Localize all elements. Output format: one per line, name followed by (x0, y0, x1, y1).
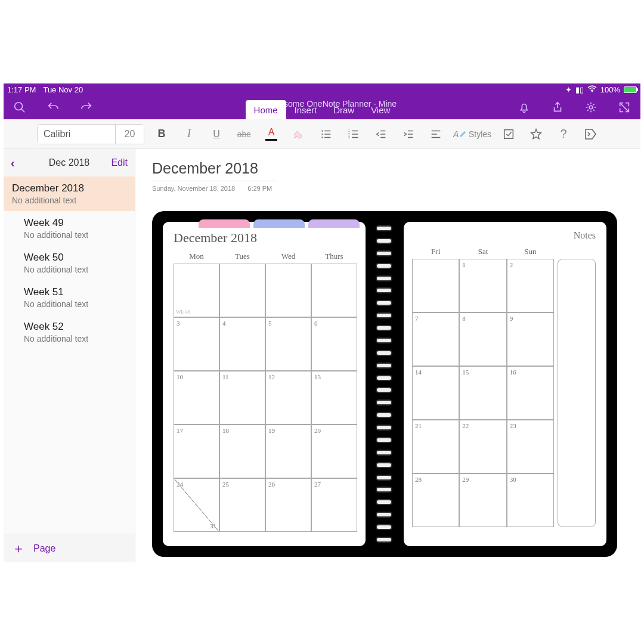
meta-date: Sunday, November 18, 2018 (152, 185, 235, 192)
calendar-cell: 25 (219, 478, 265, 532)
calendar-cell: 27 (311, 478, 357, 532)
align-button[interactable] (426, 124, 446, 144)
tab-insert[interactable]: Insert (286, 100, 326, 119)
titlebar: 2019 Awesome OneNote Planner - Mine Home… (4, 95, 640, 119)
star-button[interactable] (526, 124, 546, 144)
day-header: Wed (265, 252, 311, 264)
italic-button[interactable]: I (179, 124, 199, 144)
numbering-button[interactable]: 123 (343, 124, 364, 144)
spiral-ring (376, 250, 392, 256)
font-selector[interactable] (37, 124, 144, 144)
calendar-cell: 26 (265, 478, 311, 532)
font-name-input[interactable] (38, 125, 115, 144)
redo-icon[interactable] (76, 97, 97, 117)
spiral-ring (376, 412, 392, 418)
back-icon[interactable]: ‹ (11, 156, 15, 170)
day-header: Fri (412, 247, 459, 259)
outdent-button[interactable] (371, 124, 391, 144)
page-sidebar: ‹ Dec 2018 Edit December 2018No addition… (4, 149, 135, 562)
page-item[interactable]: Week 50No additional text (4, 246, 135, 280)
meta-time: 6:29 PM (247, 185, 272, 192)
battery-icon (624, 86, 637, 93)
page-item[interactable]: December 2018No additional text (4, 177, 135, 211)
svg-point-6 (321, 137, 323, 138)
svg-point-5 (321, 133, 323, 135)
page-item[interactable]: Week 51No additional text (4, 280, 135, 315)
spiral-ring (376, 387, 392, 393)
cell-icon: ▮▯ (575, 85, 584, 94)
add-page-button[interactable]: ＋ Page (4, 534, 135, 562)
svg-text:3: 3 (348, 135, 350, 139)
calendar-cell: 2 (507, 259, 554, 312)
planner-tab-pink (199, 219, 250, 228)
calendar-cell: 2431 (174, 478, 219, 532)
day-header: Sat (459, 247, 506, 259)
planner-tab-purple (308, 219, 360, 228)
tab-draw[interactable]: Draw (325, 100, 363, 119)
edit-button[interactable]: Edit (111, 157, 128, 168)
underline-button[interactable]: U (206, 124, 227, 144)
page-item[interactable]: Week 52No additional text (4, 315, 135, 349)
highlight-button[interactable] (289, 124, 309, 144)
tab-home[interactable]: Home (246, 100, 286, 119)
svg-line-2 (21, 109, 25, 113)
planner-image: December 2018 MonTuesWedThursWk 46345610… (152, 211, 617, 557)
page-item-sub: No additional text (24, 265, 126, 274)
gear-icon[interactable] (581, 97, 601, 117)
calendar-cell: 10 (174, 371, 219, 425)
bell-icon[interactable] (514, 97, 534, 117)
spiral-ring (376, 425, 392, 431)
search-icon[interactable] (10, 97, 30, 117)
bold-button[interactable]: B (151, 124, 172, 144)
page-item-title: December 2018 (12, 182, 126, 194)
todo-button[interactable] (499, 124, 519, 144)
page-title[interactable]: December 2018 (152, 160, 624, 177)
tag-button[interactable] (581, 124, 601, 144)
bullets-button[interactable] (316, 124, 336, 144)
calendar-cell: 17 (174, 425, 219, 478)
svg-point-4 (321, 130, 323, 132)
home-ribbon: B I U abc A 123 A Styles ? (4, 119, 640, 149)
page-item-sub: No additional text (24, 299, 126, 309)
status-date: Tue Nov 20 (43, 85, 83, 94)
notes-column (558, 259, 596, 527)
tab-view[interactable]: View (363, 100, 398, 119)
spiral-ring (376, 400, 392, 405)
spiral-ring (376, 300, 392, 306)
plus-icon: ＋ (12, 540, 25, 558)
day-header: Tues (219, 252, 265, 264)
svg-point-3 (589, 106, 593, 109)
fullscreen-icon[interactable] (614, 97, 634, 117)
calendar-cell: 9 (507, 312, 554, 366)
page-content[interactable]: December 2018 Sunday, November 18, 2018 … (135, 149, 640, 562)
spiral-ring (376, 475, 392, 481)
day-header: Sun (507, 247, 554, 259)
calendar-cell: 11 (219, 371, 265, 425)
undo-icon[interactable] (43, 97, 63, 117)
calendar-cell: 8 (459, 312, 506, 366)
styles-button[interactable]: A Styles (453, 124, 491, 144)
calendar-cell (311, 264, 357, 317)
page-item[interactable]: Week 49No additional text (4, 211, 135, 246)
planner-right-page: Notes FriSatSun12789141516212223282930 (404, 222, 606, 546)
question-button[interactable]: ? (553, 124, 574, 144)
calendar-cell (412, 259, 459, 312)
calendar-cell: 30 (507, 473, 554, 527)
planner-notes-label: Notes (412, 230, 596, 241)
calendar-cell: 13 (311, 371, 357, 425)
calendar-cell: 21 (412, 420, 459, 473)
indent-button[interactable] (398, 124, 419, 144)
calendar-cell (265, 264, 311, 317)
day-header: Thurs (311, 252, 357, 264)
font-size-input[interactable] (115, 125, 144, 144)
spiral-ring (376, 363, 392, 369)
calendar-cell (219, 264, 265, 317)
page-item-title: Week 49 (24, 217, 126, 229)
page-item-sub: No additional text (24, 230, 126, 240)
share-icon[interactable] (547, 97, 568, 117)
strike-button[interactable]: abc (234, 124, 254, 144)
calendar-cell: 5 (265, 317, 311, 371)
font-color-button[interactable]: A (261, 124, 281, 144)
page-list: December 2018No additional textWeek 49No… (4, 177, 135, 349)
calendar-cell: 19 (265, 425, 311, 478)
